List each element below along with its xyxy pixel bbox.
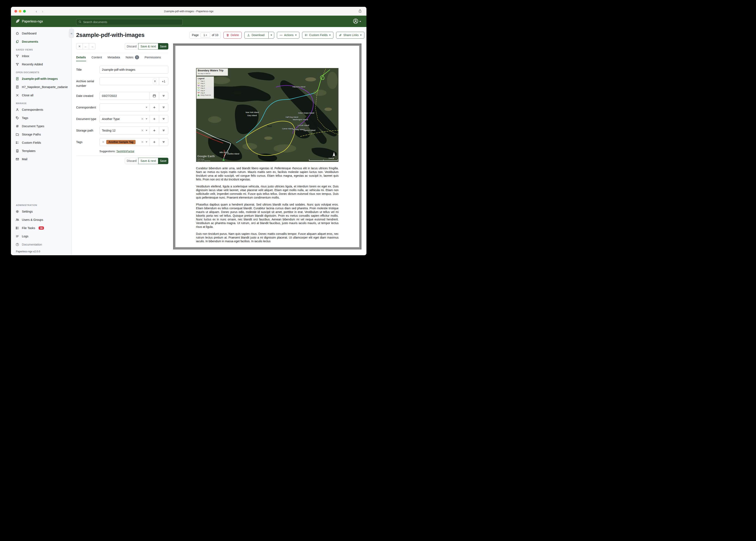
storage-path-select[interactable]: Testing 12 ✕	[100, 127, 150, 134]
share-icon[interactable]	[358, 9, 362, 14]
download-button[interactable]: Download	[244, 32, 274, 39]
discard-button-bottom[interactable]: Discard	[125, 158, 138, 164]
tab-content[interactable]: Content	[92, 56, 102, 61]
svg-text:Entry Point 24: Entry Point 24	[201, 94, 211, 96]
title-input[interactable]: 2sample-pdf-with-images	[100, 66, 168, 73]
tags-filter-button[interactable]	[159, 138, 168, 146]
chevron-down-icon	[146, 118, 147, 120]
clear-icon[interactable]: ✕	[141, 140, 144, 144]
correspondent-filter-button[interactable]	[159, 104, 168, 111]
doctype-filter-button[interactable]	[159, 115, 168, 123]
page-number-input[interactable]: 1	[201, 33, 210, 38]
sidebar-item-correspondents[interactable]: Correspondents	[13, 106, 69, 113]
sidebar-item-dashboard[interactable]: Dashboard	[13, 30, 69, 37]
save-next-button-bottom[interactable]: Save & next	[138, 158, 158, 164]
asn-next-button[interactable]: +1	[159, 78, 168, 85]
mail-icon	[15, 157, 19, 161]
sidebar-item-templates[interactable]: Templates	[13, 148, 69, 155]
date-filter-button[interactable]	[159, 92, 168, 100]
pdf-preview-pane[interactable]: Boundary Waters Trip Six days in BWCA Le…	[173, 44, 361, 250]
hash-icon	[15, 124, 19, 128]
previous-document-button[interactable]: ←	[83, 43, 89, 50]
calendar-button[interactable]	[150, 92, 159, 100]
tag-chip[interactable]: Another Sample Tag	[106, 140, 136, 144]
page-title: 2sample-pdf-with-images	[76, 31, 144, 39]
tag-icon	[15, 116, 19, 120]
sidebar-item-documentation[interactable]: Documentation	[13, 241, 69, 248]
document-toolbar: Page 1 of 10 Delete Do	[189, 32, 364, 39]
save-button-bottom[interactable]: Save	[158, 158, 168, 164]
svg-text:Norway Island: Norway Island	[293, 129, 305, 131]
page-navigator: Page 1 of 10	[189, 32, 221, 39]
suggestion-tag-link[interactable]: TagWithPartial	[116, 150, 134, 153]
sidebar-item-logs[interactable]: Logs	[13, 233, 69, 240]
page-label: Page	[192, 33, 199, 37]
clear-icon[interactable]: ✕	[141, 129, 144, 132]
doctype-select[interactable]: Another Type ✕	[100, 115, 150, 123]
sidebar-item-recently-added[interactable]: Recently Added	[13, 61, 69, 68]
browser-forward-button[interactable]: ›	[42, 7, 43, 16]
svg-text:Half Dog Island: Half Dog Island	[286, 116, 298, 118]
tab-details[interactable]: Details	[76, 56, 86, 61]
add-storage-path-button[interactable]	[150, 127, 159, 134]
tags-select[interactable]: ✕ Another Sample Tag ✕	[100, 138, 150, 146]
app-brand[interactable]: Paperless-ngx	[15, 19, 43, 24]
user-menu[interactable]	[353, 18, 361, 25]
sidebar-item-users-groups[interactable]: Users & Groups	[13, 216, 69, 223]
add-doctype-button[interactable]	[150, 115, 159, 123]
search-input[interactable]: Search documents	[76, 19, 183, 25]
asn-stepper[interactable]	[153, 79, 157, 84]
folder-icon	[15, 133, 19, 136]
actions-dropdown[interactable]: Actions	[277, 32, 299, 39]
file-tasks-badge: 16	[39, 227, 44, 230]
svg-text:© 2017 Google: © 2017 Google	[197, 159, 204, 160]
delete-button[interactable]: Delete	[223, 32, 242, 39]
sidebar-item-documents[interactable]: Documents	[13, 38, 69, 45]
paperless-leaf-logo-icon	[15, 19, 20, 24]
next-document-button[interactable]: →	[89, 43, 96, 50]
suggestions-label: Suggestions:	[99, 150, 116, 153]
add-correspondent-button[interactable]	[150, 104, 159, 111]
sidebar-item-close-all[interactable]: Close all	[13, 92, 69, 99]
sidebar-item-file-tasks[interactable]: File Tasks16	[13, 225, 69, 232]
save-next-button[interactable]: Save & next	[138, 43, 158, 50]
minimize-window-button[interactable]	[19, 10, 21, 13]
clear-icon[interactable]: ✕	[141, 117, 144, 121]
file-icon	[15, 85, 19, 89]
custom-fields-dropdown[interactable]: Custom Fields	[302, 32, 333, 39]
tab-notes[interactable]: Notes1	[126, 55, 139, 62]
tab-permissions[interactable]: Permissions	[145, 56, 161, 61]
download-options-caret[interactable]	[268, 32, 274, 38]
sidebar-item-2sample-pdf-with-images[interactable]: 2sample-pdf-with-images	[13, 75, 69, 82]
gear-icon	[15, 210, 19, 214]
close-document-button[interactable]: ✕	[76, 43, 83, 50]
sidebar-item-inbox[interactable]: Inbox	[13, 53, 69, 60]
save-button[interactable]: Save	[158, 43, 168, 50]
share-links-dropdown[interactable]: Share Links	[336, 32, 364, 39]
zoom-window-button[interactable]	[23, 10, 26, 13]
tab-metadata[interactable]: Metadata	[107, 56, 120, 61]
add-tag-button[interactable]	[150, 138, 159, 146]
page-stepper[interactable]	[206, 34, 207, 36]
sidebar-section-header: SAVED VIEWS	[16, 48, 69, 51]
sidebar-item-h7-napoleon-bonaparte-zadanie[interactable]: H7_Napoleon_Bonaparte_zadanie	[13, 84, 69, 91]
remove-tag-icon[interactable]: ✕	[102, 140, 105, 144]
asn-input[interactable]	[100, 78, 159, 85]
sidebar-item-settings[interactable]: Settings	[13, 208, 69, 215]
close-window-button[interactable]	[14, 10, 17, 13]
sidebar-item-mail[interactable]: Mail	[13, 156, 69, 163]
chevron-down-icon	[359, 21, 361, 22]
sidebar-item-tags[interactable]: Tags	[13, 114, 69, 122]
users-icon	[15, 218, 19, 222]
sidebar-item-storage-paths[interactable]: Storage Paths	[13, 131, 69, 138]
date-created-input[interactable]: 03/27/2022	[100, 92, 150, 100]
discard-button[interactable]: Discard	[125, 43, 138, 50]
sidebar-item-custom-fields[interactable]: Custom Fields	[13, 139, 69, 146]
correspondent-select[interactable]	[100, 104, 150, 111]
chevron-down-icon	[146, 142, 147, 143]
sidebar-collapse-button[interactable]: «	[69, 29, 74, 38]
storage-filter-button[interactable]	[159, 127, 168, 134]
browser-back-button[interactable]: ‹	[36, 7, 37, 16]
tasks-icon	[15, 226, 19, 230]
sidebar-item-document-types[interactable]: Document Types	[13, 123, 69, 130]
